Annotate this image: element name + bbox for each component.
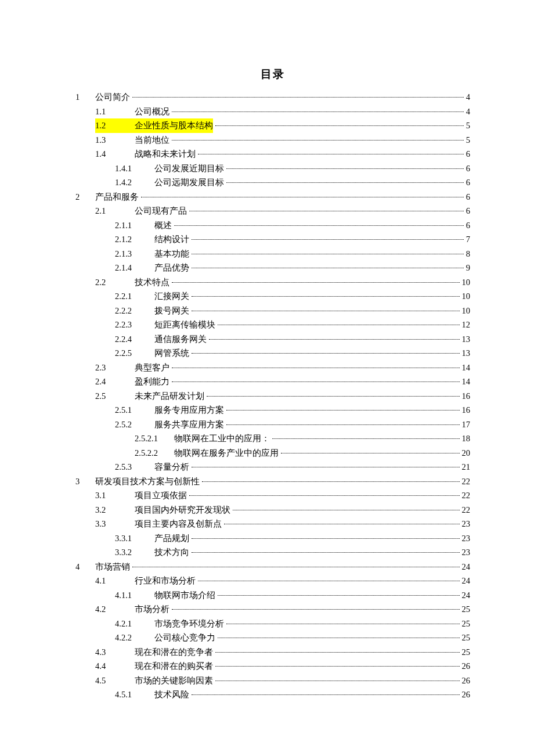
- toc-label: 容量分析: [154, 460, 189, 474]
- toc-label: 产品规划: [154, 531, 189, 546]
- toc-page-number: 5: [466, 133, 470, 147]
- toc-leader: [172, 111, 464, 112]
- toc-label: 公司发展近期目标: [154, 161, 224, 176]
- toc-label: 短距离传输模块: [154, 318, 215, 332]
- toc-entry: 1.2企业性质与股本结构5: [75, 118, 470, 133]
- toc-number: 3.3.1: [115, 531, 154, 546]
- toc-number: 4.5: [95, 674, 135, 688]
- toc-number: 2.3: [95, 361, 135, 375]
- toc-entry: 2.2.4通信服务网关13: [75, 332, 470, 347]
- toc-page-number: 6: [466, 204, 470, 218]
- toc-entry: 1.3当前地位5: [75, 133, 470, 147]
- toc-page-number: 12: [462, 318, 471, 332]
- toc-page-number: 22: [462, 474, 471, 489]
- toc-label: 公司远期发展目标: [154, 175, 224, 190]
- toc-page-number: 25: [462, 617, 471, 631]
- toc-leader: [272, 438, 460, 439]
- toc-leader: [132, 566, 460, 567]
- toc-leader: [192, 552, 460, 553]
- toc-label: 产品优势: [154, 261, 189, 275]
- toc-number: 2.2.3: [115, 318, 154, 332]
- toc-entry: 4.4现在和潜在的购买者26: [75, 659, 470, 674]
- toc-title: 目录: [75, 67, 470, 82]
- toc-leader: [172, 381, 460, 382]
- toc-leader: [192, 310, 460, 311]
- toc-entry: 4.5市场的关键影响因素26: [75, 674, 470, 688]
- toc-label: 现在和潜在的竞争者: [135, 645, 213, 660]
- toc-entry: 4.3现在和潜在的竞争者25: [75, 645, 470, 660]
- toc-page-number: 4: [466, 105, 470, 119]
- toc-label: 公司核心竞争力: [154, 631, 215, 645]
- toc-label: 项目国内外研究开发现状: [135, 503, 230, 517]
- toc-number: 2.1.1: [115, 218, 154, 233]
- toc-entry: 3.1项目立项依据22: [75, 488, 470, 503]
- toc-leader: [198, 153, 464, 154]
- toc-number: 1.2: [95, 118, 135, 133]
- toc-page-number: 25: [462, 645, 471, 660]
- toc-number: 3.3.2: [115, 545, 154, 560]
- toc-entry: 2.1.4产品优势9: [75, 261, 470, 275]
- toc-leader: [215, 680, 460, 681]
- toc-leader: [174, 225, 464, 226]
- toc-entry: 3.3项目主要内容及创新点23: [75, 517, 470, 531]
- toc-label: 公司简介: [95, 90, 130, 105]
- toc-page-number: 6: [466, 147, 470, 161]
- toc-page-number: 14: [462, 375, 471, 389]
- toc-leader: [132, 96, 464, 98]
- toc-label: 盈利能力: [135, 375, 169, 389]
- toc-number: 2.1.2: [115, 232, 154, 247]
- toc-entry: 1.4战略和未来计划6: [75, 147, 470, 161]
- toc-number: 1.1: [95, 105, 135, 119]
- toc-page-number: 10: [462, 304, 471, 318]
- toc-entry: 4.5.1技术风险26: [75, 687, 470, 702]
- toc-page-number: 22: [462, 488, 471, 503]
- toc-leader: [281, 452, 460, 453]
- toc-number: 4.1: [95, 574, 135, 588]
- toc-number: 1.4: [95, 147, 135, 161]
- toc-leader: [224, 523, 460, 524]
- toc-number: 1: [75, 90, 95, 105]
- toc-leader: [192, 239, 464, 240]
- toc-leader: [218, 595, 460, 596]
- toc-page-number: 6: [466, 175, 470, 190]
- toc-leader: [198, 580, 460, 581]
- toc-leader: [226, 168, 464, 169]
- toc-label: 基本功能: [154, 247, 189, 261]
- toc-label: 通信服务网关: [154, 332, 207, 347]
- toc-page-number: 14: [462, 361, 471, 375]
- toc-entry: 2.1公司现有产品6: [75, 204, 470, 218]
- toc-entry: 4市场营销24: [75, 560, 470, 574]
- toc-leader: [189, 495, 460, 496]
- toc-page-number: 24: [462, 588, 471, 603]
- toc-page-number: 10: [462, 289, 471, 304]
- toc-entry: 4.2.1市场竞争环境分析25: [75, 617, 470, 631]
- toc-label: 服务专用应用方案: [154, 403, 224, 417]
- toc-number: 2.5.3: [115, 460, 154, 474]
- toc-label: 服务共享应用方案: [154, 417, 224, 432]
- toc-number: 2.5.2: [115, 417, 154, 432]
- toc-entry: 1.4.1公司发展近期目标6: [75, 161, 470, 176]
- toc-number: 4.1.1: [115, 588, 154, 603]
- toc-leader: [192, 352, 460, 354]
- toc-entry: 2.1.1概述6: [75, 218, 470, 233]
- toc-entry: 2.4盈利能力14: [75, 375, 470, 389]
- toc-number: 3.1: [95, 488, 135, 503]
- toc-number: 2.2.1: [115, 289, 154, 304]
- toc-page-number: 25: [462, 602, 471, 617]
- toc-number: 4.4: [95, 659, 135, 674]
- toc-entry: 4.1行业和市场分析24: [75, 574, 470, 588]
- toc-page-number: 10: [462, 275, 471, 290]
- toc-number: 3.2: [95, 503, 135, 517]
- toc-label: 当前地位: [135, 133, 169, 147]
- toc-label: 企业性质与股本结构: [135, 118, 213, 133]
- toc-page-number: 24: [462, 560, 471, 574]
- toc-entry: 2.2.5网管系统13: [75, 346, 470, 361]
- toc-entry: 2.5未来产品研发计划16: [75, 389, 470, 404]
- toc-label: 物联网市场介绍: [154, 588, 215, 603]
- toc-label: 研发项目技术方案与创新性: [95, 474, 200, 489]
- toc-page-number: 8: [466, 247, 470, 261]
- toc-leader: [207, 395, 460, 397]
- toc-leader: [202, 481, 460, 482]
- toc-page-number: 17: [462, 417, 471, 432]
- toc-leader: [141, 196, 464, 197]
